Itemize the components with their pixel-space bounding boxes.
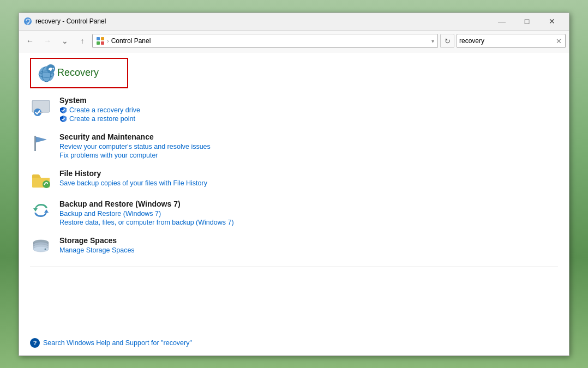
search-clear-button[interactable]: ✕ <box>555 37 563 45</box>
recent-locations-button[interactable]: ⌄ <box>57 33 73 49</box>
maximize-button[interactable]: □ <box>514 13 539 30</box>
svg-rect-5 <box>101 41 104 45</box>
footer-divider <box>30 267 558 267</box>
recovery-icon <box>35 62 57 84</box>
title-bar-icon <box>23 17 32 26</box>
save-backup-text: Save backup copies of your files with Fi… <box>59 179 207 187</box>
system-content: System Create a recovery drive <box>59 96 558 124</box>
backup-restore-text: Backup and Restore (Windows 7) <box>59 210 161 218</box>
security-icon <box>30 132 52 154</box>
filehistory-icon <box>30 169 52 191</box>
shield-icon-2 <box>59 115 67 123</box>
search-box: ✕ <box>457 34 566 48</box>
backup-svg <box>30 200 52 221</box>
search-input[interactable] <box>459 37 555 45</box>
minimize-button[interactable]: — <box>489 13 514 30</box>
backup-content: Backup and Restore (Windows 7) Backup an… <box>59 200 558 227</box>
footer: ? Search Windows Help and Support for "r… <box>19 333 569 355</box>
create-recovery-drive-link[interactable]: Create a recovery drive <box>59 106 558 114</box>
backup-icon <box>30 200 52 221</box>
svg-rect-13 <box>39 112 43 113</box>
fix-problems-link[interactable]: Fix problems with your computer <box>59 152 558 159</box>
security-title: Security and Maintenance <box>59 132 558 141</box>
svg-point-25 <box>33 246 49 252</box>
save-backup-link[interactable]: Save backup copies of your files with Fi… <box>59 179 558 187</box>
title-bar-text: recovery - Control Panel <box>35 17 489 25</box>
svg-rect-4 <box>97 41 100 45</box>
manage-storage-text: Manage Storage Spaces <box>59 246 135 254</box>
svg-rect-2 <box>97 37 100 40</box>
storage-icon <box>30 236 52 258</box>
create-recovery-drive-text: Create a recovery drive <box>69 106 140 114</box>
path-text: Control Panel <box>111 37 151 45</box>
main-window: recovery - Control Panel — □ ✕ ← → ⌄ ↑ ›… <box>19 13 569 356</box>
filehistory-title: File History <box>59 169 558 178</box>
review-status-link[interactable]: Review your computer's status and resolv… <box>59 143 558 150</box>
path-separator: › <box>107 38 109 44</box>
svg-rect-14 <box>34 136 36 151</box>
security-section: Security and Maintenance Review your com… <box>30 132 558 160</box>
recovery-header: Recovery <box>30 58 128 88</box>
shield-icon-1 <box>59 106 67 114</box>
security-content: Security and Maintenance Review your com… <box>59 132 558 160</box>
system-section: System Create a recovery drive <box>30 96 558 124</box>
system-svg <box>30 96 52 118</box>
control-panel-icon <box>96 37 105 45</box>
security-svg <box>30 132 52 154</box>
back-button[interactable]: ← <box>22 33 38 49</box>
help-search-link[interactable]: Search Windows Help and Support for "rec… <box>43 339 192 347</box>
address-bar: ← → ⌄ ↑ › Control Panel ▾ ↻ ✕ <box>19 31 569 52</box>
forward-button[interactable]: → <box>40 33 55 49</box>
path-dropdown[interactable]: ▾ <box>431 38 434 44</box>
backup-restore-link[interactable]: Backup and Restore (Windows 7) <box>59 210 558 218</box>
backup-section: Backup and Restore (Windows 7) Backup an… <box>30 200 558 227</box>
svg-marker-15 <box>36 137 46 142</box>
svg-rect-3 <box>101 37 104 40</box>
create-restore-point-link[interactable]: Create a restore point <box>59 115 558 123</box>
backup-title: Backup and Restore (Windows 7) <box>59 200 558 208</box>
title-bar: recovery - Control Panel — □ ✕ <box>19 13 569 31</box>
filehistory-section: File History Save backup copies of your … <box>30 169 558 191</box>
system-title: System <box>59 96 558 105</box>
close-button[interactable]: ✕ <box>539 13 565 30</box>
address-path[interactable]: › Control Panel ▾ <box>92 34 438 48</box>
manage-storage-link[interactable]: Manage Storage Spaces <box>59 246 558 254</box>
restore-data-link[interactable]: Restore data, files, or computer from ba… <box>59 219 558 226</box>
refresh-button[interactable]: ↻ <box>440 34 454 48</box>
up-button[interactable]: ↑ <box>75 33 90 49</box>
filehistory-svg <box>30 169 52 191</box>
content-area: Recovery System <box>19 52 569 333</box>
filehistory-content: File History Save backup copies of your … <box>59 169 558 188</box>
svg-point-1 <box>27 24 28 25</box>
title-bar-controls: — □ ✕ <box>489 13 565 30</box>
svg-point-26 <box>45 248 46 250</box>
fix-problems-text: Fix problems with your computer <box>59 152 158 159</box>
storage-section: Storage Spaces Manage Storage Spaces <box>30 236 558 258</box>
restore-data-text: Restore data, files, or computer from ba… <box>59 219 234 226</box>
review-status-text: Review your computer's status and resolv… <box>59 143 211 150</box>
storage-content: Storage Spaces Manage Storage Spaces <box>59 236 558 255</box>
storage-title: Storage Spaces <box>59 236 558 245</box>
storage-svg <box>30 236 52 258</box>
help-icon: ? <box>30 338 40 348</box>
system-icon <box>30 96 52 118</box>
recovery-title[interactable]: Recovery <box>57 67 99 79</box>
create-restore-point-text: Create a restore point <box>69 115 135 123</box>
